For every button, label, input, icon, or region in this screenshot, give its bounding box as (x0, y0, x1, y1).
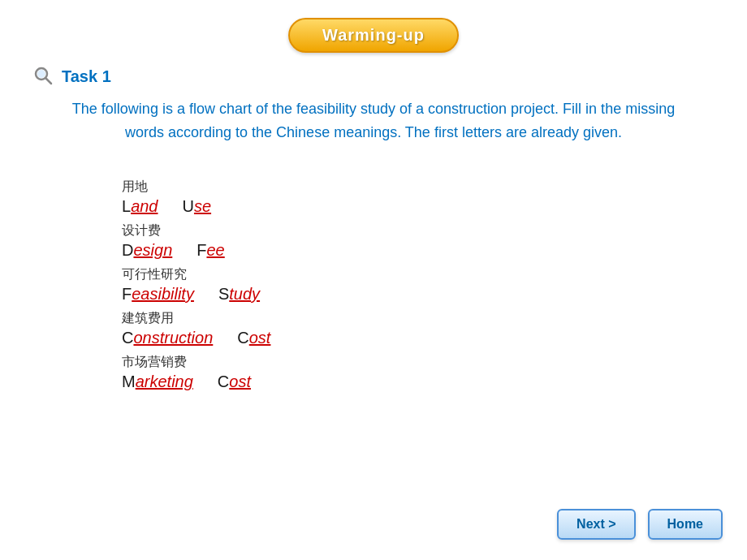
word-group-4: 市场营销费MarketingCost (122, 354, 682, 391)
svg-point-1 (37, 70, 45, 78)
word-group-0: 用地LandUse (122, 179, 682, 216)
word1-1: Design (122, 241, 172, 260)
svg-line-2 (46, 79, 52, 84)
word1-answer-1: esign (133, 241, 172, 260)
word1-0: Land (122, 197, 158, 216)
task-section: Task 1 The following is a flow chart of … (32, 65, 715, 161)
word-group-1: 设计费DesignFee (122, 222, 682, 260)
word2-prefix-4: C (218, 373, 229, 391)
word1-prefix-1: D (122, 241, 133, 260)
word1-prefix-3: C (122, 329, 133, 347)
task-description: The following is a flow chart of the fea… (32, 97, 715, 144)
word1-3: Construction (122, 329, 213, 347)
word2-answer-2: tudy (229, 285, 260, 304)
word2-answer-0: se (194, 197, 211, 216)
word1-prefix-2: F (122, 285, 132, 304)
chinese-label-3: 建筑费用 (122, 310, 682, 327)
word1-answer-2: easibility (132, 285, 194, 304)
word1-answer-4: arketing (136, 373, 193, 391)
word-row-3: ConstructionCost (122, 329, 682, 347)
task-title: Task 1 (62, 67, 111, 86)
word2-3: Cost (237, 329, 270, 347)
word2-prefix-2: S (218, 285, 229, 304)
chinese-label-0: 用地 (122, 179, 682, 196)
task-title-row: Task 1 (32, 65, 715, 88)
chinese-label-1: 设计费 (122, 222, 682, 239)
word-row-0: LandUse (122, 197, 682, 216)
word1-prefix-0: L (122, 197, 131, 216)
word-group-3: 建筑费用ConstructionCost (122, 310, 682, 347)
word2-0: Use (183, 197, 212, 216)
word2-answer-3: ost (249, 329, 271, 347)
word2-1: Fee (196, 241, 224, 260)
word1-answer-0: and (131, 197, 158, 216)
word1-answer-3: onstruction (133, 329, 213, 347)
home-button[interactable]: Home (648, 509, 723, 540)
word-row-2: FeasibilityStudy (122, 285, 682, 304)
word2-prefix-1: F (196, 241, 206, 260)
word2-4: Cost (218, 373, 251, 391)
word2-answer-4: ost (229, 373, 251, 391)
search-icon (32, 65, 55, 88)
bottom-buttons: Next > Home (557, 509, 723, 540)
header-badge-text: Warming-up (322, 26, 425, 44)
word1-2: Feasibility (122, 285, 194, 304)
word2-answer-1: ee (206, 241, 224, 260)
word2-prefix-0: U (183, 197, 194, 216)
header-badge: Warming-up (288, 18, 459, 53)
word2-2: Study (218, 285, 260, 304)
word2-prefix-3: C (237, 329, 248, 347)
content-area: 用地LandUse设计费DesignFee可行性研究FeasibilityStu… (122, 179, 682, 398)
chinese-label-2: 可行性研究 (122, 266, 682, 283)
word1-4: Marketing (122, 373, 193, 391)
chinese-label-4: 市场营销费 (122, 354, 682, 371)
word-row-4: MarketingCost (122, 373, 682, 391)
word1-prefix-4: M (122, 373, 136, 391)
word-group-2: 可行性研究FeasibilityStudy (122, 266, 682, 304)
next-button[interactable]: Next > (557, 509, 635, 540)
word-row-1: DesignFee (122, 241, 682, 260)
